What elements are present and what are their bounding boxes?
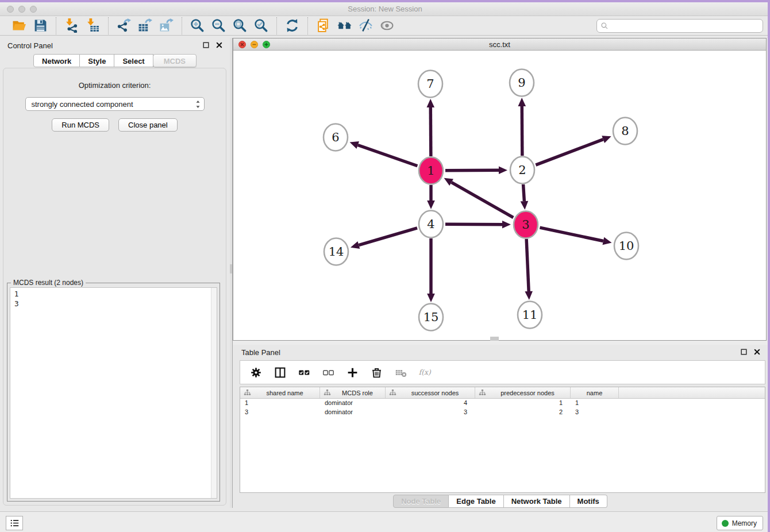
graph-edge-2-3[interactable] xyxy=(523,184,525,201)
graph-node-6[interactable]: 6 xyxy=(324,124,348,151)
horizontal-splitter[interactable] xyxy=(233,341,768,345)
optimization-criterion-label: Optimization criterion: xyxy=(3,81,226,90)
tab-motifs[interactable]: Motifs xyxy=(570,495,607,508)
export-image-icon[interactable] xyxy=(159,18,174,33)
column-header-predecessor-nodes[interactable]: predecessor nodes xyxy=(475,387,571,398)
tab-edge-table[interactable]: Edge Table xyxy=(449,495,503,508)
graph-node-3[interactable]: 3 xyxy=(514,211,538,238)
float-panel-icon[interactable] xyxy=(740,348,749,357)
close-panel-button[interactable]: Close panel xyxy=(118,118,178,132)
add-row-icon[interactable] xyxy=(346,366,359,379)
graph-edge-1-7[interactable] xyxy=(430,107,431,156)
search-input[interactable] xyxy=(609,20,763,32)
graph-node-7[interactable]: 7 xyxy=(418,71,442,98)
splitter-handle[interactable] xyxy=(490,337,499,341)
column-header-name[interactable]: name xyxy=(571,387,619,398)
tab-node-table[interactable]: Node Table xyxy=(393,495,449,508)
memory-button[interactable]: Memory xyxy=(717,516,763,530)
desktop-edge-right xyxy=(768,0,770,532)
cell: 1 xyxy=(240,399,320,408)
tab-network[interactable]: Network xyxy=(33,54,80,67)
table-row[interactable]: 3dominator323 xyxy=(240,408,765,417)
export-network-icon[interactable] xyxy=(116,18,132,33)
tab-network-table[interactable]: Network Table xyxy=(504,495,570,508)
graph-edge-1-6[interactable] xyxy=(358,145,418,166)
mcds-result-lines: 1 3 xyxy=(10,288,217,311)
deselect-all-icon[interactable] xyxy=(322,366,335,379)
hide-panel-icon[interactable] xyxy=(358,18,374,33)
close-panel-icon[interactable] xyxy=(753,348,762,357)
clone-network-icon[interactable] xyxy=(315,18,331,33)
cell: 3 xyxy=(571,408,619,417)
criterion-select[interactable]: strongly connected component xyxy=(25,97,205,111)
graph-node-10[interactable]: 10 xyxy=(614,233,638,260)
splitter-handle[interactable] xyxy=(230,264,232,273)
graph-node-2[interactable]: 2 xyxy=(510,157,534,184)
network-canvas[interactable]: 1234678910111415 xyxy=(233,51,766,340)
tab-style[interactable]: Style xyxy=(80,54,114,67)
cell: dominator xyxy=(320,399,386,408)
cell: 3 xyxy=(386,408,475,417)
export-table-icon[interactable] xyxy=(137,18,153,33)
zoom-out-icon[interactable] xyxy=(211,18,226,33)
graph-node-9[interactable]: 9 xyxy=(510,70,534,97)
home-icon[interactable] xyxy=(337,18,352,33)
show-panel-icon[interactable] xyxy=(379,18,395,33)
graph-node-8[interactable]: 8 xyxy=(613,118,637,145)
arrowhead-icon xyxy=(502,221,511,229)
graph-edge-2-9[interactable] xyxy=(522,106,522,156)
graph-edge-3-11[interactable] xyxy=(526,239,529,291)
float-panel-icon[interactable] xyxy=(202,41,211,50)
search-field[interactable] xyxy=(596,19,763,33)
graph-edge-4-3[interactable] xyxy=(445,224,502,225)
network-graph: 1234678910111415 xyxy=(233,51,766,340)
graph-edge-2-8[interactable] xyxy=(536,140,603,165)
result-scrollbar[interactable] xyxy=(211,288,217,498)
graph-node-14[interactable]: 14 xyxy=(324,238,348,265)
arrowhead-icon xyxy=(426,99,434,107)
graph-edge-3-1[interactable] xyxy=(452,182,514,217)
settings-icon[interactable] xyxy=(249,366,263,379)
zoom-in-icon[interactable] xyxy=(190,18,205,33)
arrowhead-icon xyxy=(427,201,435,209)
tab-mcds[interactable]: MCDS xyxy=(153,54,197,67)
stepper-icon xyxy=(194,99,204,109)
graph-node-15[interactable]: 15 xyxy=(419,304,443,331)
close-panel-icon[interactable] xyxy=(215,41,224,50)
column-header-shared-name[interactable]: shared name xyxy=(240,387,320,398)
column-header-MCDS-role[interactable]: MCDS role xyxy=(320,387,386,398)
tab-select[interactable]: Select xyxy=(114,54,153,67)
main-toolbar xyxy=(0,16,770,36)
toolbar-separator xyxy=(56,17,56,34)
hierarchy-icon xyxy=(478,389,487,396)
select-all-icon[interactable] xyxy=(298,366,311,379)
svg-text:f(x): f(x) xyxy=(419,368,432,376)
graph-edge-1-2[interactable] xyxy=(445,170,499,171)
column-header-successor-nodes[interactable]: successor nodes xyxy=(386,387,475,398)
import-network-icon[interactable] xyxy=(64,18,79,33)
graph-edge-4-14[interactable] xyxy=(359,228,417,245)
arrowhead-icon xyxy=(350,141,359,149)
network-window-titlebar[interactable]: scc.txt xyxy=(233,38,766,51)
arrowhead-icon xyxy=(518,98,526,106)
open-session-icon[interactable] xyxy=(11,18,27,33)
graph-node-1[interactable]: 1 xyxy=(419,157,443,184)
import-table-icon[interactable] xyxy=(85,18,101,33)
run-mcds-button[interactable]: Run MCDS xyxy=(52,118,109,132)
delete-row-icon[interactable] xyxy=(370,366,383,379)
mcds-result-area: 1 3 xyxy=(10,287,217,499)
save-session-icon[interactable] xyxy=(33,18,48,33)
columns-icon[interactable] xyxy=(274,366,287,379)
zoom-fit-icon[interactable] xyxy=(232,18,248,33)
zoom-selected-icon[interactable] xyxy=(253,18,269,33)
table-row[interactable]: 1dominator411 xyxy=(240,399,765,408)
cell: 1 xyxy=(571,399,619,408)
refresh-icon[interactable] xyxy=(284,18,300,33)
list-icon xyxy=(10,518,20,528)
graph-node-11[interactable]: 11 xyxy=(518,302,542,329)
criterion-value: strongly connected component xyxy=(32,100,133,109)
graph-edge-3-10[interactable] xyxy=(540,228,603,241)
graph-node-4[interactable]: 4 xyxy=(419,211,443,238)
task-history-button[interactable] xyxy=(6,516,23,530)
app-title: Session: New Session xyxy=(0,5,770,13)
